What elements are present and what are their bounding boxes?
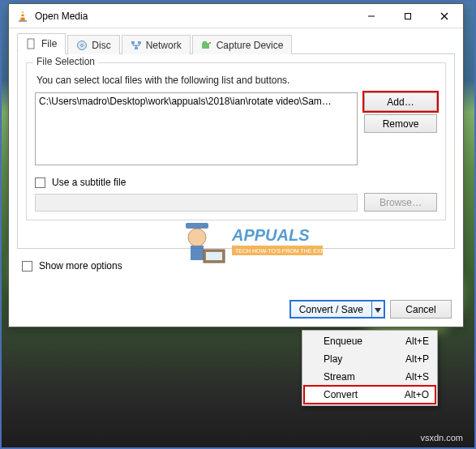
- tab-file[interactable]: File: [17, 33, 66, 54]
- svg-text:TECH HOW-TO'S FROM THE EXPERTS: TECH HOW-TO'S FROM THE EXPERTS: [235, 248, 325, 254]
- tab-label: Disc: [92, 40, 110, 51]
- svg-rect-15: [202, 43, 209, 49]
- use-subtitle-checkbox[interactable]: [35, 177, 45, 188]
- menu-shortcut: Alt+P: [405, 353, 429, 365]
- file-selection-desc: You can select local files with the foll…: [36, 75, 437, 86]
- group-legend: File Selection: [33, 56, 98, 67]
- svg-rect-12: [131, 41, 135, 44]
- add-button[interactable]: Add…: [364, 92, 437, 111]
- svg-point-17: [209, 42, 211, 44]
- maximize-button[interactable]: [389, 4, 426, 28]
- svg-rect-16: [203, 41, 207, 43]
- menu-shortcut: Alt+S: [405, 371, 429, 383]
- browse-subtitle-button: Browse…: [364, 193, 437, 212]
- tab-label: File: [41, 38, 57, 49]
- file-selection-group: File Selection You can select local file…: [26, 62, 446, 220]
- svg-rect-14: [135, 47, 138, 49]
- button-label: Cancel: [405, 304, 435, 315]
- titlebar: Open Media: [9, 4, 463, 28]
- button-label: Add…: [387, 96, 414, 108]
- menu-shortcut: Alt+O: [405, 389, 429, 400]
- tab-disc[interactable]: Disc: [67, 35, 119, 54]
- page-watermark: vsxdn.com: [420, 433, 463, 443]
- file-list[interactable]: C:\Users\madro\Desktop\work\appuals\2018…: [35, 92, 358, 165]
- menu-item-enqueue[interactable]: Enqueue Alt+E: [304, 332, 435, 350]
- menu-label: Play: [324, 353, 342, 365]
- remove-button[interactable]: Remove: [364, 114, 437, 133]
- svg-rect-5: [405, 13, 410, 19]
- button-label: Browse…: [380, 197, 422, 208]
- cancel-button[interactable]: Cancel: [390, 300, 452, 319]
- client-area: File Disc Network Capture Device: [9, 28, 463, 327]
- menu-item-play[interactable]: Play Alt+P: [304, 350, 435, 368]
- svg-rect-1: [19, 20, 27, 22]
- menu-item-stream[interactable]: Stream Alt+S: [304, 368, 435, 386]
- convert-save-split-button[interactable]: Convert / Save: [289, 300, 385, 319]
- subtitle-path-input: [35, 194, 358, 212]
- window-title: Open Media: [35, 11, 353, 22]
- close-button[interactable]: [426, 4, 463, 28]
- svg-marker-0: [20, 11, 25, 20]
- use-subtitle-label: Use a subtitle file: [52, 177, 126, 188]
- open-media-window: Open Media File Disc: [8, 3, 464, 327]
- tab-page-file: File Selection You can select local file…: [17, 54, 455, 249]
- tab-capture[interactable]: Capture Device: [192, 35, 293, 54]
- convert-save-caret[interactable]: [371, 301, 384, 318]
- tab-label: Network: [146, 40, 182, 51]
- svg-rect-2: [21, 13, 24, 15]
- menu-shortcut: Alt+E: [405, 336, 429, 347]
- svg-rect-3: [20, 16, 25, 18]
- vlc-cone-icon: [16, 10, 29, 23]
- show-more-label: Show more options: [39, 260, 122, 272]
- convert-save-button[interactable]: Convert / Save: [290, 301, 371, 318]
- source-tabs: File Disc Network Capture Device: [17, 33, 455, 54]
- menu-label: Stream: [324, 371, 355, 383]
- convert-save-menu: Enqueue Alt+E Play Alt+P Stream Alt+S Co…: [302, 330, 438, 406]
- disc-icon: [76, 40, 88, 51]
- dialog-buttons: Convert / Save Cancel: [289, 300, 452, 319]
- menu-label: Convert: [324, 389, 358, 400]
- menu-item-convert[interactable]: Convert Alt+O: [304, 386, 435, 404]
- svg-point-11: [81, 44, 84, 46]
- menu-label: Enqueue: [324, 336, 362, 347]
- chevron-down-icon: [375, 304, 381, 315]
- list-item[interactable]: C:\Users\madro\Desktop\work\appuals\2018…: [39, 96, 354, 107]
- minimize-button[interactable]: [353, 4, 389, 28]
- button-label: Convert / Save: [299, 304, 363, 315]
- tab-network[interactable]: Network: [122, 35, 191, 54]
- file-icon: [26, 38, 37, 49]
- svg-rect-22: [206, 252, 222, 260]
- tab-label: Capture Device: [217, 40, 284, 51]
- svg-rect-13: [138, 41, 141, 44]
- show-more-row: Show more options: [22, 260, 455, 272]
- capture-icon: [201, 40, 212, 51]
- network-icon: [131, 40, 142, 51]
- show-more-checkbox[interactable]: [22, 261, 32, 272]
- svg-marker-26: [375, 308, 381, 313]
- button-label: Remove: [383, 118, 419, 130]
